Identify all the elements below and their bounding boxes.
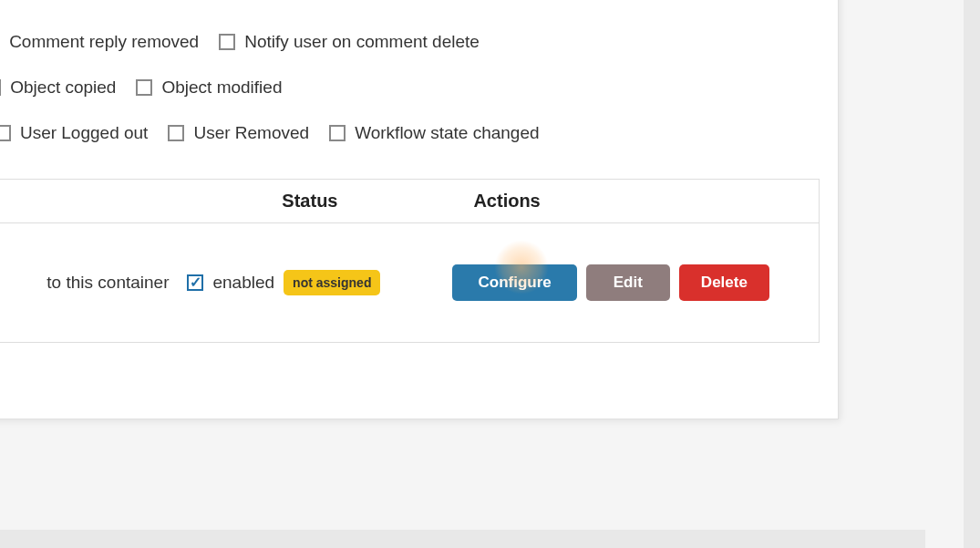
checkbox-label: User Logged out (20, 123, 149, 143)
checkbox-label: Notify user on comment delete (244, 32, 480, 52)
checkbox-object-modified[interactable] (136, 79, 152, 96)
checkbox-user-logged-out[interactable] (0, 125, 11, 141)
checkbox-label: Object modified (161, 78, 282, 98)
bottom-bar (0, 530, 925, 548)
checkbox-label: Workflow state changed (355, 123, 539, 143)
table-header: Status Actions (0, 180, 819, 223)
status-cell: enabled not assigned (182, 259, 437, 306)
actions-cell: Configure Edit Delete (437, 253, 819, 312)
checkbox-label: User Removed (193, 123, 309, 143)
col-description-header (0, 180, 182, 222)
checkbox-workflow-state-changed[interactable] (329, 125, 346, 141)
col-status-header: Status (182, 180, 437, 222)
checkbox-row-1: ed Comment reply removed Notify user on … (0, 19, 820, 65)
edit-button[interactable]: Edit (586, 264, 670, 301)
not-assigned-badge: not assigned (284, 270, 380, 295)
checkbox-label: Comment reply removed (9, 32, 199, 52)
delete-button[interactable]: Delete (679, 264, 769, 301)
configure-button[interactable]: Configure (452, 264, 576, 301)
checkbox-object-copied[interactable] (0, 79, 1, 96)
checkbox-label: Object copied (10, 78, 116, 98)
rules-table: Status Actions to this container enabled… (0, 179, 820, 343)
rule-description: to this container (0, 262, 182, 304)
checkbox-row-2: ainer Object copied Object modified (0, 65, 820, 110)
actions-group: Configure Edit Delete (450, 264, 805, 301)
checkbox-user-removed[interactable] (168, 125, 184, 141)
checkbox-row-3: ogged in User Logged out User Removed Wo… (0, 110, 820, 156)
main-panel: ed Comment reply removed Notify user on … (0, 0, 839, 419)
right-sidebar-bar (964, 0, 980, 548)
checkbox-notify-user-comment-delete[interactable] (219, 34, 235, 50)
status-text: enabled (212, 273, 274, 293)
checkbox-enabled[interactable] (187, 274, 203, 291)
col-actions-header: Actions (437, 180, 819, 222)
table-row: to this container enabled not assigned C… (0, 223, 819, 342)
